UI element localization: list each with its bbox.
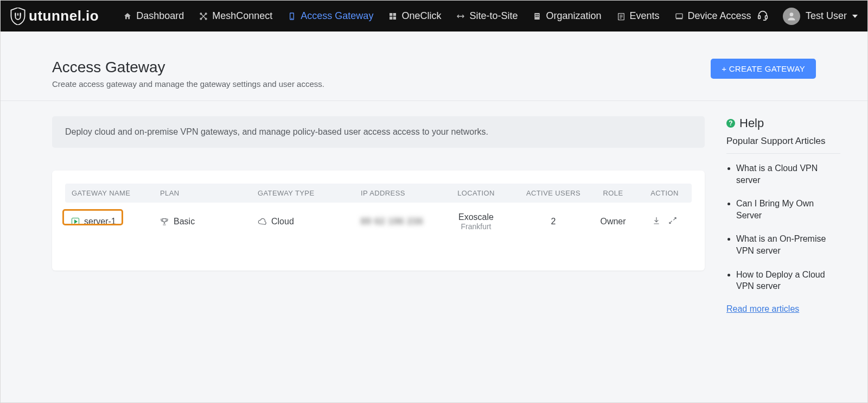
top-navbar: utunnel.io Dashboard MeshConnect Access … xyxy=(1,1,867,32)
cell-role: Owner xyxy=(589,217,637,226)
svg-rect-25 xyxy=(765,15,768,18)
trophy-icon xyxy=(160,217,169,226)
help-article[interactable]: What is a Cloud VPN server xyxy=(736,162,840,186)
nav-label: OneClick xyxy=(401,10,441,22)
help-sidebar: ? Help Popular Support Articles What is … xyxy=(726,116,840,314)
cell-active-users: 2 xyxy=(518,217,589,226)
oneclick-icon xyxy=(388,12,397,21)
user-name: Test User xyxy=(806,10,847,22)
mesh-icon xyxy=(199,12,208,21)
headset-icon[interactable] xyxy=(757,9,769,23)
svg-rect-15 xyxy=(538,14,539,15)
nav-access-gateway[interactable]: Access Gateway xyxy=(288,1,373,31)
plan-text: Basic xyxy=(174,217,195,226)
help-article[interactable]: Can I Bring My Own Server xyxy=(736,198,840,221)
nav-label: Device Access xyxy=(688,10,751,22)
read-more-link[interactable]: Read more articles xyxy=(726,304,799,313)
th-action: ACTION xyxy=(637,189,692,197)
cell-ip-address: 89 62 196 236 xyxy=(355,217,434,226)
download-icon[interactable] xyxy=(652,216,661,227)
th-gateway-type: GATEWAY TYPE xyxy=(252,189,355,197)
page-title: Access Gateway xyxy=(52,59,324,76)
gateway-icon xyxy=(288,12,296,21)
type-text: Cloud xyxy=(271,217,294,226)
nav-label: Access Gateway xyxy=(301,10,373,22)
primary-nav: Dashboard MeshConnect Access Gateway One… xyxy=(123,1,751,31)
table-header-row: GATEWAY NAME PLAN GATEWAY TYPE IP ADDRES… xyxy=(65,184,692,203)
cell-plan: Basic xyxy=(155,217,252,226)
table-row[interactable]: server-1 Basic Cloud 89 62 196 236 Exosc… xyxy=(65,203,692,241)
cell-actions xyxy=(637,216,692,227)
page-header: Access Gateway Create access gateway and… xyxy=(1,32,867,101)
nav-organization[interactable]: Organization xyxy=(533,1,601,31)
caret-down-icon xyxy=(852,15,858,18)
help-article[interactable]: What is an On-Premise VPN server xyxy=(736,233,840,256)
sitetosite-icon xyxy=(456,12,465,21)
info-banner: Deploy cloud and on-premise VPN gateways… xyxy=(52,116,705,148)
nav-label: MeshConnect xyxy=(212,10,272,22)
gateway-name-text: server-1 xyxy=(84,217,116,226)
svg-rect-11 xyxy=(390,16,392,19)
deviceaccess-icon xyxy=(675,12,684,21)
cloud-icon xyxy=(258,217,266,226)
shield-logo-icon xyxy=(10,8,25,25)
brand-name: utunnel.io xyxy=(29,8,99,24)
status-running-icon xyxy=(72,218,79,225)
svg-rect-24 xyxy=(758,15,761,18)
help-header: ? Help xyxy=(726,116,840,130)
th-role: ROLE xyxy=(589,189,637,197)
nav-events[interactable]: Events xyxy=(617,1,660,31)
events-icon xyxy=(617,12,626,21)
svg-rect-22 xyxy=(676,14,682,18)
th-plan: PLAN xyxy=(155,189,252,197)
cell-gateway-type: Cloud xyxy=(252,217,355,226)
user-menu[interactable]: Test User xyxy=(783,8,858,25)
ip-text: 89 62 196 236 xyxy=(361,217,423,226)
svg-rect-13 xyxy=(535,13,540,20)
topbar-right: Test User xyxy=(757,8,858,25)
svg-rect-17 xyxy=(538,16,539,17)
svg-point-26 xyxy=(790,12,794,16)
content-area: Deploy cloud and on-premise VPN gateways… xyxy=(1,101,867,314)
svg-rect-16 xyxy=(536,16,537,17)
nav-meshconnect[interactable]: MeshConnect xyxy=(199,1,272,31)
th-location: LOCATION xyxy=(434,189,518,197)
avatar-icon xyxy=(783,8,800,25)
help-title: Help xyxy=(739,116,764,130)
th-active-users: ACTIVE USERS xyxy=(518,189,589,197)
brand-logo[interactable]: utunnel.io xyxy=(10,8,99,25)
gateway-table: GATEWAY NAME PLAN GATEWAY TYPE IP ADDRES… xyxy=(52,171,705,270)
help-article[interactable]: How to Deploy a Cloud VPN server xyxy=(736,269,840,292)
location-provider: Exoscale xyxy=(439,212,513,222)
page-subtitle: Create access gateway and manage the gat… xyxy=(52,79,324,89)
location-region: Frankfurt xyxy=(439,222,513,231)
nav-label: Events xyxy=(630,10,660,22)
nav-oneclick[interactable]: OneClick xyxy=(388,1,441,31)
nav-label: Dashboard xyxy=(136,10,184,22)
create-gateway-button[interactable]: + CREATE GATEWAY xyxy=(711,59,816,79)
cell-location: Exoscale Frankfurt xyxy=(434,212,518,231)
svg-rect-10 xyxy=(393,13,396,16)
home-icon xyxy=(123,12,132,21)
th-ip-address: IP ADDRESS xyxy=(355,189,434,197)
th-gateway-name: GATEWAY NAME xyxy=(65,189,155,197)
help-icon: ? xyxy=(726,119,735,128)
nav-site-to-site[interactable]: Site-to-Site xyxy=(456,1,518,31)
svg-rect-12 xyxy=(393,16,396,19)
nav-dashboard[interactable]: Dashboard xyxy=(123,1,184,31)
nav-label: Organization xyxy=(546,10,601,22)
svg-rect-14 xyxy=(536,14,537,15)
cell-gateway-name[interactable]: server-1 xyxy=(65,217,155,226)
help-subtitle: Popular Support Articles xyxy=(726,136,840,154)
nav-label: Site-to-Site xyxy=(469,10,518,22)
svg-rect-9 xyxy=(390,13,392,16)
organization-icon xyxy=(533,12,541,21)
nav-device-access[interactable]: Device Access xyxy=(675,1,751,31)
help-article-list: What is a Cloud VPN server Can I Bring M… xyxy=(726,162,840,292)
main-column: Deploy cloud and on-premise VPN gateways… xyxy=(52,116,705,314)
redeploy-icon[interactable] xyxy=(668,216,677,227)
